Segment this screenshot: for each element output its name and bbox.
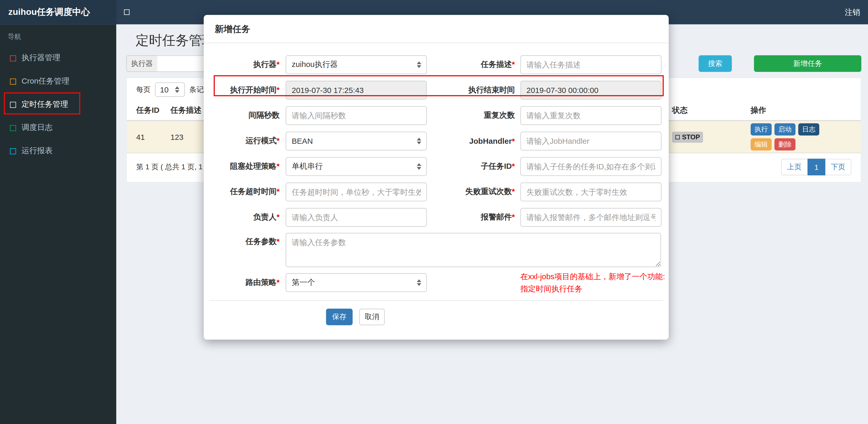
fail-retry-label: 失败重试次数* (427, 187, 515, 197)
feature-note: 在xxl-jobs项目的基础上，新增了一个功能: 指定时间执行任务 (520, 270, 665, 295)
cell-actions: 执行 启动 日志 编辑 删除 (751, 121, 834, 153)
feature-note-line2: 指定时间执行任务 (520, 283, 665, 295)
save-button[interactable]: 保存 (326, 308, 353, 325)
per-page-select[interactable]: 10 (155, 82, 185, 97)
sidebar: 导航 执行器管理 Cron任务管理 定时任务管理 调度日志 运行报表 (0, 24, 116, 424)
job-param-textarea[interactable] (286, 233, 661, 267)
app-root: zuihou任务调度中心 注销 导航 执行器管理 Cron任务管理 定时任务管理… (0, 0, 868, 424)
start-button[interactable]: 启动 (774, 124, 796, 136)
route-strategy-select[interactable]: 第一个 (286, 273, 427, 292)
search-button[interactable]: 搜索 (699, 55, 732, 72)
route-strategy-label: 路由策略* (204, 278, 280, 288)
timeout-input[interactable] (286, 183, 427, 201)
per-page-value: 10 (160, 85, 169, 94)
modal-title: 新增任务 (215, 24, 250, 34)
square-icon (10, 148, 16, 154)
modal-footer: 保存 取消 (209, 300, 663, 325)
start-time-label: 执行开始时间* (204, 85, 280, 95)
block-strategy-label: 阻塞处理策略* (204, 161, 280, 171)
end-time-label: 执行结束时间 (427, 85, 515, 95)
cell-status: STOP (672, 131, 751, 142)
sidebar-item-executor-manage[interactable]: 执行器管理 (0, 46, 116, 69)
col-header-task-id[interactable]: 任务ID (136, 106, 170, 116)
job-param-label: 任务参数* (204, 233, 280, 247)
sidebar-item-label: 运行报表 (22, 146, 53, 156)
child-jobid-label: 子任务ID* (427, 161, 515, 171)
job-handler-label: JobHandler* (427, 137, 515, 145)
pagination: 上页 1 下页 (781, 159, 851, 175)
select-arrows-icon (417, 163, 421, 169)
glue-type-select-value: BEAN (292, 137, 313, 145)
cancel-button[interactable]: 取消 (359, 308, 385, 325)
delete-button[interactable]: 删除 (774, 138, 796, 151)
select-arrows-icon (417, 138, 421, 144)
sidebar-item-run-report[interactable]: 运行报表 (0, 139, 116, 163)
sidebar-item-cron-task-manage[interactable]: Cron任务管理 (0, 70, 116, 93)
repeat-count-input[interactable] (520, 106, 661, 125)
child-jobid-input[interactable] (520, 157, 661, 176)
sidebar-item-label: 定时任务管理 (22, 99, 68, 109)
sidebar-item-schedule-log[interactable]: 调度日志 (0, 116, 116, 139)
select-arrows-icon (417, 279, 421, 286)
sidebar-item-label: Cron任务管理 (22, 76, 69, 86)
block-strategy-select[interactable]: 单机串行 (286, 157, 427, 176)
logout-link[interactable]: 注销 (845, 0, 860, 24)
glue-type-select[interactable]: BEAN (286, 132, 427, 150)
cell-task-id: 41 (136, 133, 170, 141)
executor-select-value: zuihou执行器 (292, 60, 338, 69)
executor-select[interactable]: zuihou执行器 (286, 55, 427, 74)
route-strategy-select-value: 第一个 (292, 278, 315, 288)
executor-label: 执行器* (204, 60, 280, 69)
col-header-status[interactable]: 状态 (672, 106, 751, 116)
page-title: 定时任务管理 (135, 32, 215, 49)
author-label: 负责人* (204, 213, 280, 222)
sidebar-menu: 执行器管理 Cron任务管理 定时任务管理 调度日志 运行报表 (0, 46, 116, 163)
author-input[interactable] (286, 208, 427, 227)
run-button[interactable]: 执行 (751, 124, 772, 136)
end-time-input[interactable] (520, 81, 661, 99)
status-badge: STOP (672, 131, 703, 142)
sidebar-item-label: 执行器管理 (22, 53, 60, 63)
status-text: STOP (682, 133, 700, 141)
modal-header: 新增任务 (204, 15, 669, 43)
square-icon (10, 55, 16, 61)
alarm-email-input[interactable] (520, 208, 661, 227)
square-icon (10, 78, 16, 85)
alarm-email-label: 报警邮件* (427, 213, 515, 222)
sidebar-section-label: 导航 (0, 24, 116, 47)
add-task-modal: 新增任务 执行器* zuihou执行器 任务描述* 执行开始时间* 执行结束时间… (204, 15, 669, 339)
select-arrows-icon (417, 62, 421, 68)
interval-input[interactable] (286, 106, 427, 125)
block-strategy-select-value: 单机串行 (292, 161, 323, 171)
fail-retry-input[interactable] (520, 183, 661, 201)
page-1-button[interactable]: 1 (808, 159, 825, 175)
add-task-button[interactable]: 新增任务 (754, 55, 861, 72)
job-desc-input[interactable] (520, 55, 661, 74)
timeout-label: 任务超时时间* (204, 187, 280, 197)
square-icon (10, 125, 16, 131)
edit-button[interactable]: 编辑 (751, 138, 772, 151)
app-brand: zuihou任务调度中心 (0, 0, 116, 24)
next-page-button[interactable]: 下页 (825, 159, 851, 175)
sidebar-item-label: 调度日志 (22, 123, 53, 133)
feature-note-line1: 在xxl-jobs项目的基础上，新增了一个功能: (520, 270, 665, 283)
select-arrows-icon (175, 86, 179, 93)
modal-body: 执行器* zuihou执行器 任务描述* 执行开始时间* 执行结束时间 间隔秒数… (204, 43, 669, 295)
repeat-count-label: 重复次数 (427, 111, 515, 121)
square-icon (10, 102, 16, 107)
col-header-actions: 操作 (751, 106, 861, 116)
sidebar-toggle-icon[interactable] (124, 9, 129, 15)
start-time-input[interactable] (286, 81, 427, 99)
log-button[interactable]: 日志 (798, 124, 819, 136)
job-desc-label: 任务描述* (427, 60, 515, 69)
executor-filter-addon: 执行器 (126, 55, 158, 72)
glue-type-label: 运行模式* (204, 136, 280, 146)
sidebar-item-timed-task-manage[interactable]: 定时任务管理 (0, 93, 116, 116)
prev-page-button[interactable]: 上页 (781, 159, 808, 175)
interval-label: 间隔秒数 (204, 111, 280, 121)
job-handler-input[interactable] (520, 132, 661, 150)
stop-square-icon (675, 135, 680, 139)
per-page-prefix: 每页 (136, 85, 150, 95)
